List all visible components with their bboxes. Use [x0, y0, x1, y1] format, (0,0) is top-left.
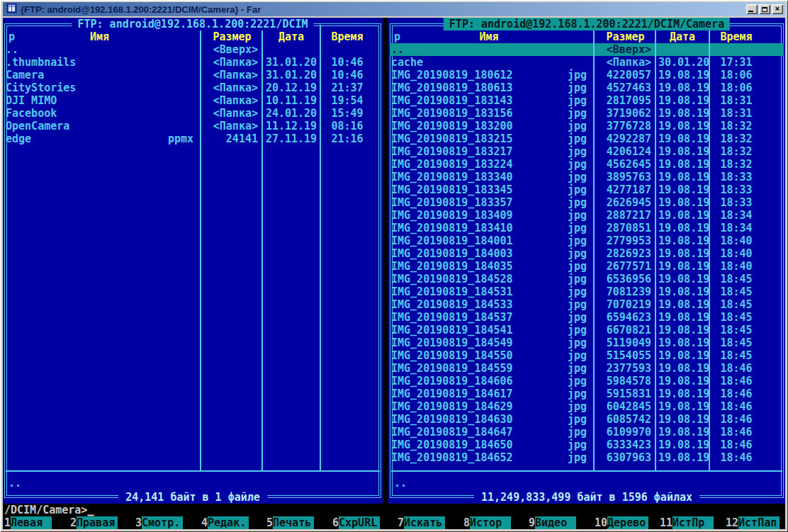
file-row[interactable]: DJI MIMO<Папка>10.11.1919:54	[4, 94, 381, 107]
maximize-button[interactable]	[759, 4, 770, 14]
file-row[interactable]: .thumbnails<Папка>31.01.2010:46	[4, 56, 381, 69]
file-row[interactable]: IMG_20190819_183224jpg456264519.08.1918:…	[390, 158, 784, 171]
file-date-cell: 19.08.19	[658, 94, 707, 107]
file-name-cell: IMG_20190819_183410jpg	[391, 222, 587, 234]
file-time-cell: 18:33	[715, 183, 758, 196]
file-row[interactable]: IMG_20190819_183345jpg427718719.08.1918:…	[390, 183, 784, 196]
file-row[interactable]: IMG_20190819_180612jpg422005719.08.1918:…	[390, 69, 784, 81]
file-extension: jpg	[568, 196, 587, 209]
file-size-cell: <Папка>	[206, 69, 258, 81]
close-button[interactable]: ×	[772, 4, 783, 14]
file-size-cell: 6536956	[600, 273, 651, 285]
file-row[interactable]: Facebook<Папка>24.01.2015:49	[4, 107, 381, 120]
file-name: IMG_20190819_183340	[391, 171, 513, 183]
file-name: IMG_20190819_184617	[391, 387, 513, 400]
file-row[interactable]: IMG_20190819_183143jpg281709519.08.1918:…	[390, 94, 784, 107]
file-date-cell: 19.08.19	[658, 349, 707, 362]
file-extension: jpg	[568, 120, 587, 132]
file-date-cell: 19.08.19	[658, 336, 707, 349]
file-extension: jpg	[568, 247, 587, 260]
file-row[interactable]: IMG_20190819_183357jpg262694519.08.1918:…	[390, 196, 784, 209]
file-name: IMG_20190819_183215	[391, 132, 513, 145]
file-row[interactable]: IMG_20190819_184537jpg659462319.08.1918:…	[390, 311, 784, 324]
fkey-7-button[interactable]: 7Искать	[398, 516, 445, 529]
fkey-10-button[interactable]: 10Дерево	[595, 516, 648, 529]
fkey-label: Истор	[470, 516, 511, 529]
file-row[interactable]: IMG_20190819_184550jpg515405519.08.1918:…	[390, 349, 784, 362]
file-date-cell: 19.08.19	[658, 260, 707, 273]
file-row[interactable]: edgeppmx2414127.11.1921:16	[4, 132, 381, 145]
window-titlebar[interactable]: {FTP: android@192.168.1.200:2221/DCIM/Ca…	[3, 2, 785, 16]
left-panel[interactable]: p Имя Размер Дата Время ..<Вверх>.thumbn…	[3, 18, 383, 504]
file-time-cell: 15:49	[326, 107, 368, 120]
file-row[interactable]: IMG_20190819_184617jpg591583119.08.1918:…	[390, 387, 784, 400]
file-name-cell: DJI MIMO	[6, 94, 193, 107]
file-date-cell: 19.08.19	[658, 120, 707, 132]
file-row[interactable]: IMG_20190819_184629jpg604284519.08.1918:…	[390, 400, 784, 413]
fkey-9-button[interactable]: 9Видео	[529, 516, 576, 529]
right-panel[interactable]: p Имя Размер Дата Время ..<Вверх>cache<П…	[388, 18, 785, 504]
file-row[interactable]: IMG_20190819_184533jpg707021919.08.1918:…	[390, 298, 784, 311]
fkey-label: СхрURL	[339, 516, 380, 529]
file-row[interactable]: IMG_20190819_184559jpg237759319.08.1918:…	[390, 362, 784, 375]
fkey-2-button[interactable]: 2Правая	[70, 516, 118, 529]
file-row[interactable]: IMG_20190819_184630jpg608574219.08.1918:…	[390, 413, 784, 426]
file-name: IMG_20190819_184001	[391, 234, 513, 247]
minimize-button[interactable]	[746, 4, 758, 14]
file-name-cell: IMG_20190819_184559jpg	[391, 362, 587, 375]
file-row[interactable]: IMG_20190819_184003jpg282692319.08.1918:…	[390, 247, 784, 260]
file-row[interactable]: IMG_20190819_183200jpg377672819.08.1918:…	[390, 120, 784, 132]
fkey-12-button[interactable]: 12ИстПап	[726, 516, 779, 529]
fkey-4-button[interactable]: 4Редак.	[201, 516, 249, 529]
file-name-cell: IMG_20190819_183143jpg	[391, 94, 587, 107]
file-row[interactable]: OpenCamera<Папка>11.12.1908:16	[4, 120, 381, 132]
file-row[interactable]: IMG_20190819_184650jpg633342319.08.1918:…	[390, 438, 784, 451]
file-name: IMG_20190819_184559	[391, 362, 513, 375]
file-extension: jpg	[568, 413, 587, 426]
file-date-cell: 19.08.19	[658, 81, 707, 94]
file-row[interactable]: IMG_20190819_184001jpg277995319.08.1918:…	[390, 234, 784, 247]
file-extension: ppmx	[168, 132, 193, 145]
file-row[interactable]: IMG_20190819_180613jpg452746319.08.1918:…	[390, 81, 784, 94]
file-name-cell: IMG_20190819_184533jpg	[391, 298, 587, 311]
file-size-cell: <Папка>	[600, 56, 651, 69]
command-line[interactable]: /DCIM/Camera>_	[3, 504, 785, 516]
file-row[interactable]: IMG_20190819_184647jpg610997019.08.1918:…	[390, 426, 784, 438]
file-row[interactable]: CityStories<Папка>20.12.1921:37	[4, 81, 381, 94]
file-name-cell: cache	[391, 56, 587, 69]
file-size-cell: 2817095	[600, 94, 651, 107]
file-row[interactable]: IMG_20190819_184606jpg598457819.08.1918:…	[390, 375, 784, 387]
file-row[interactable]: IMG_20190819_183340jpg389576319.08.1918:…	[390, 171, 784, 183]
file-row[interactable]: IMG_20190819_183409jpg288721719.08.1918:…	[390, 209, 784, 222]
file-row[interactable]: ..<Вверх>	[4, 43, 381, 56]
file-row[interactable]: IMG_20190819_184528jpg653695619.08.1918:…	[390, 273, 784, 285]
fkey-8-button[interactable]: 8Истор	[463, 516, 511, 529]
file-row[interactable]: IMG_20190819_183410jpg287085119.08.1918:…	[390, 222, 784, 234]
fkey-3-button[interactable]: 3Смотр.	[135, 516, 183, 529]
file-row[interactable]: IMG_20190819_184541jpg667082119.08.1918:…	[390, 324, 784, 336]
file-row[interactable]: IMG_20190819_184531jpg708123919.08.1918:…	[390, 285, 784, 298]
file-row[interactable]: IMG_20190819_184652jpg630796319.08.1918:…	[390, 451, 784, 464]
file-row[interactable]: cache<Папка>30.01.2017:31	[390, 56, 784, 69]
file-name-cell: IMG_20190819_183345jpg	[391, 183, 587, 196]
fkey-1-button[interactable]: 1Левая	[4, 516, 52, 529]
file-time-cell: 08:16	[326, 120, 368, 132]
file-row[interactable]: IMG_20190819_183215jpg429228719.08.1918:…	[390, 132, 784, 145]
file-extension: jpg	[568, 94, 587, 107]
file-extension: jpg	[568, 107, 587, 120]
fkey-6-button[interactable]: 6СхрURL	[332, 516, 380, 529]
file-row-cursor[interactable]: ..<Вверх>	[390, 43, 784, 56]
file-row[interactable]: IMG_20190819_183156jpg371906219.08.1918:…	[390, 107, 784, 120]
file-row[interactable]: IMG_20190819_183217jpg420612419.08.1918:…	[390, 145, 784, 158]
fkey-5-button[interactable]: 5Печать	[266, 516, 314, 529]
file-name-cell: CityStories	[6, 81, 193, 94]
file-name-cell: IMG_20190819_184035jpg	[391, 260, 587, 273]
fkey-label: Левая	[11, 516, 52, 529]
left-panel-file-list: ..<Вверх>.thumbnails<Папка>31.01.2010:46…	[4, 43, 381, 145]
file-extension: jpg	[568, 273, 587, 285]
file-row[interactable]: Camera<Папка>31.01.2010:46	[4, 69, 381, 81]
fkey-11-button[interactable]: 11ИстПр	[660, 516, 714, 529]
file-row[interactable]: IMG_20190819_184549jpg511904919.08.1918:…	[390, 336, 784, 349]
file-extension: jpg	[568, 362, 587, 375]
file-row[interactable]: IMG_20190819_184035jpg267757119.08.1918:…	[390, 260, 784, 273]
